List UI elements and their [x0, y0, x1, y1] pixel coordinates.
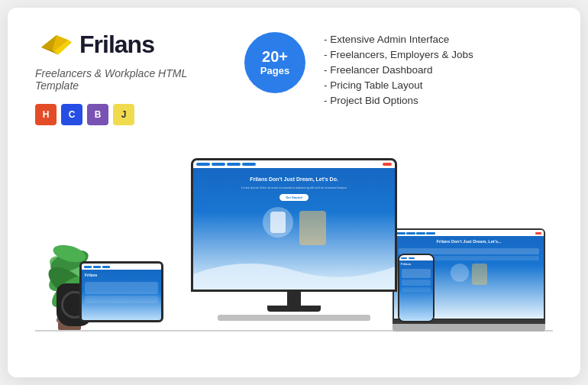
pages-badge-container: 20+ Pages [244, 29, 305, 93]
bird-logo-icon [35, 29, 72, 60]
feature-5: - Project Bid Options [324, 95, 553, 106]
tablet-navbar [82, 264, 161, 270]
product-card: Frilans Freelancers & Workplace HTML Tem… [8, 8, 580, 377]
devices-showcase: Frilans Frilans Don't Just Dream, Let's … [35, 131, 553, 345]
tagline: Freelancers & Workplace HTML Template [35, 67, 226, 92]
tech-badges: H C B J [35, 104, 226, 125]
monitor-hero-btn: Get Started [279, 194, 309, 201]
monitor-stand-base [267, 306, 321, 312]
brand-name: Frilans [79, 31, 154, 59]
pages-label: Pages [260, 65, 289, 77]
features-list: - Extensive Admin Interface - Freelancer… [324, 29, 553, 106]
tablet-device: Frilans [79, 261, 163, 322]
pages-circle: 20+ Pages [244, 32, 305, 93]
monitor-stand-neck [287, 292, 301, 306]
badge-css: C [61, 104, 82, 125]
monitor-screen-content: Frilans Don't Just Dream, Let's Do. Lore… [193, 160, 395, 290]
logo-row: Frilans [35, 29, 226, 60]
monitor-keyboard [218, 315, 370, 321]
monitor-navbar [193, 160, 395, 168]
monitor-hero-sub: Lorem ipsum dolor sit amet consectetur a… [234, 186, 354, 189]
feature-2: - Freelancers, Employers & Jobs [324, 49, 553, 60]
badge-bootstrap: B [87, 104, 108, 125]
tablet-screen: Frilans [82, 264, 161, 320]
badge-js: J [113, 104, 134, 125]
pages-number: 20+ [262, 48, 288, 65]
phone-navbar [399, 255, 433, 260]
feature-4: - Pricing Table Layout [324, 79, 553, 91]
laptop-hero-text: Frilans Don't Just Dream, Let's... [394, 236, 544, 247]
mobile-phone: Frilans [398, 254, 435, 322]
laptop-base [393, 324, 545, 332]
top-section: Frilans Freelancers & Workplace HTML Tem… [35, 29, 553, 125]
monitor-wave [193, 251, 395, 290]
left-block: Frilans Freelancers & Workplace HTML Tem… [35, 29, 226, 125]
monitor-hero-title: Frilans Don't Just Dream, Let's Do. [250, 176, 338, 183]
desktop-monitor: Frilans Don't Just Dream, Let's Do. Lore… [191, 158, 397, 321]
monitor-screen: Frilans Don't Just Dream, Let's Do. Lore… [191, 158, 397, 292]
laptop-navbar [394, 230, 544, 236]
badge-html: H [35, 104, 57, 125]
phone-screen: Frilans [399, 255, 433, 321]
feature-1: - Extensive Admin Interface [324, 34, 553, 45]
feature-3: - Freelancer Dashboard [324, 64, 553, 76]
